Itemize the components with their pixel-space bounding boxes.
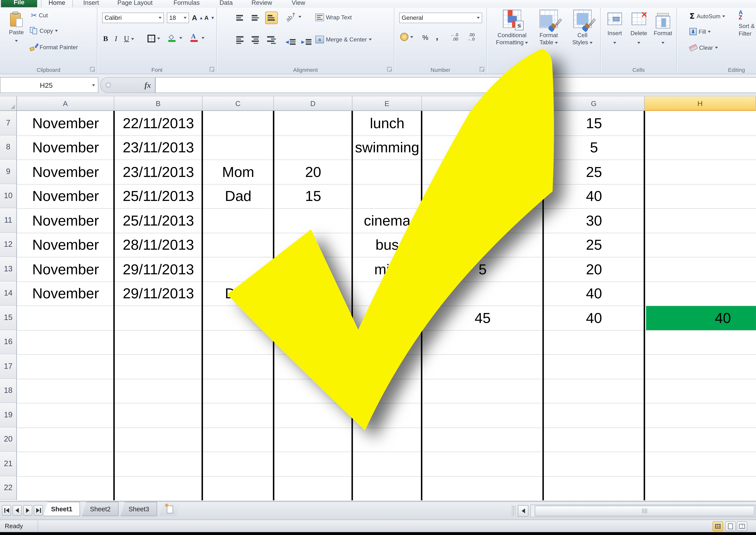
row-header-8[interactable]: 8 bbox=[0, 135, 17, 159]
view-normal-button[interactable] bbox=[712, 521, 723, 531]
merge-center-button[interactable]: a Merge & Center bbox=[315, 36, 372, 43]
cell-D9[interactable]: 20 bbox=[274, 160, 352, 184]
sheet-tab-Sheet3[interactable]: Sheet3 bbox=[121, 502, 157, 516]
number-format-combo[interactable]: General bbox=[399, 13, 482, 23]
top-align-button[interactable] bbox=[234, 12, 247, 24]
bottom-align-button[interactable] bbox=[265, 12, 278, 24]
wrap-text-button[interactable]: Wrap Text bbox=[315, 14, 352, 21]
tab-review[interactable]: Review bbox=[244, 0, 280, 7]
cell-A11[interactable]: November bbox=[17, 209, 114, 233]
column-header-H[interactable]: H bbox=[645, 97, 756, 111]
row-header-20[interactable]: 20 bbox=[0, 427, 17, 452]
delete-cells-button[interactable]: ✕ Delete bbox=[628, 13, 650, 45]
tab-home[interactable]: Home bbox=[41, 0, 73, 7]
column-header-G[interactable]: G bbox=[543, 97, 645, 111]
font-color-button[interactable]: A bbox=[190, 34, 204, 42]
view-page-layout-button[interactable] bbox=[725, 521, 736, 531]
font-dialog-launcher-icon[interactable] bbox=[210, 67, 215, 72]
last-sheet-button[interactable] bbox=[34, 505, 43, 516]
cell-E13[interactable]: milk bbox=[352, 257, 422, 281]
row-header-18[interactable]: 18 bbox=[0, 379, 17, 403]
insert-function-button[interactable]: fx bbox=[144, 81, 151, 90]
clipboard-dialog-launcher-icon[interactable] bbox=[90, 67, 95, 72]
cell-G7[interactable]: 15 bbox=[543, 111, 645, 135]
comma-style-button[interactable]: , bbox=[436, 32, 438, 42]
cell-G13[interactable]: 20 bbox=[543, 257, 645, 281]
prev-sheet-button[interactable] bbox=[13, 505, 22, 516]
tab-scrollbar-splitter[interactable] bbox=[512, 506, 516, 516]
copy-button[interactable]: Copy bbox=[30, 27, 58, 34]
cell-A8[interactable]: November bbox=[17, 136, 114, 159]
underline-button[interactable]: U bbox=[124, 35, 129, 43]
next-sheet-button[interactable] bbox=[23, 505, 32, 516]
borders-button[interactable] bbox=[147, 35, 160, 42]
cell-G12[interactable]: 25 bbox=[543, 233, 645, 257]
cell-A12[interactable]: November bbox=[17, 233, 114, 257]
align-right-button[interactable] bbox=[265, 34, 278, 46]
row-header-10[interactable]: 10 bbox=[0, 184, 17, 208]
number-dialog-launcher-icon[interactable] bbox=[480, 67, 485, 72]
increase-decimal-button[interactable]: ←.0.00 bbox=[450, 33, 458, 42]
cell-D10[interactable]: 15 bbox=[274, 184, 352, 208]
fill-color-button[interactable]: ◇ bbox=[168, 34, 182, 42]
cell-G10[interactable]: 40 bbox=[543, 184, 645, 208]
conditional-formatting-button[interactable]: ≶ Conditional Formatting bbox=[494, 10, 530, 46]
formula-input[interactable] bbox=[155, 77, 756, 93]
cell-F15[interactable]: 45 bbox=[422, 306, 543, 330]
cell-G15[interactable]: 40 bbox=[543, 306, 645, 330]
cell-E11[interactable]: cinema bbox=[352, 209, 422, 233]
cell-C10[interactable]: Dad bbox=[202, 184, 274, 208]
fill-button[interactable]: ⬇ Fill bbox=[689, 28, 711, 35]
cell-A10[interactable]: November bbox=[17, 184, 114, 208]
row-header-12[interactable]: 12 bbox=[0, 233, 17, 257]
scroll-left-button[interactable] bbox=[518, 505, 529, 517]
grow-font-button[interactable]: A▲ bbox=[192, 14, 203, 22]
row-header-19[interactable]: 19 bbox=[0, 403, 17, 427]
row-header-7[interactable]: 7 bbox=[0, 111, 17, 135]
cell-A14[interactable]: November bbox=[17, 282, 114, 306]
cell-B7[interactable]: 22/11/2013 bbox=[114, 111, 203, 135]
format-as-table-button[interactable]: Format Table bbox=[533, 10, 564, 46]
view-page-break-button[interactable] bbox=[737, 521, 747, 531]
format-cells-button[interactable]: Format bbox=[652, 13, 674, 45]
column-header-C[interactable]: C bbox=[202, 97, 274, 111]
column-header-A[interactable]: A bbox=[17, 97, 114, 111]
decrease-indent-button[interactable]: ◀ bbox=[286, 36, 297, 48]
tab-view[interactable]: View bbox=[285, 0, 313, 7]
align-center-button[interactable] bbox=[250, 34, 262, 46]
align-left-button[interactable] bbox=[234, 34, 247, 46]
middle-align-button[interactable] bbox=[250, 12, 262, 24]
orientation-button[interactable]: ab↗ bbox=[286, 14, 301, 20]
italic-button[interactable]: I bbox=[115, 35, 117, 43]
column-header-F[interactable]: F bbox=[422, 97, 543, 111]
column-header-D[interactable]: D bbox=[274, 97, 352, 111]
shrink-font-button[interactable]: A▼ bbox=[204, 14, 215, 21]
cell-A9[interactable]: November bbox=[17, 160, 114, 184]
horizontal-scrollbar-thumb[interactable] bbox=[535, 506, 754, 516]
horizontal-scrollbar[interactable] bbox=[530, 505, 756, 517]
cell-E7[interactable]: lunch bbox=[352, 111, 422, 135]
sort-filter-button[interactable]: AZ Sort & Filter bbox=[739, 11, 756, 38]
cell-G11[interactable]: 30 bbox=[543, 209, 645, 233]
row-header-17[interactable]: 17 bbox=[0, 354, 17, 379]
cell-B8[interactable]: 23/11/2013 bbox=[114, 136, 203, 159]
first-sheet-button[interactable] bbox=[2, 505, 11, 516]
cell-C9[interactable]: Mom bbox=[202, 160, 274, 184]
alignment-dialog-launcher-icon[interactable] bbox=[387, 67, 392, 72]
name-box[interactable]: H25 bbox=[0, 77, 98, 93]
cell-G8[interactable]: 5 bbox=[543, 136, 645, 159]
tab-file[interactable]: File bbox=[1, 0, 37, 7]
cell-A13[interactable]: November bbox=[17, 257, 114, 281]
row-header-9[interactable]: 9 bbox=[0, 159, 17, 184]
cell-B14[interactable]: 29/11/2013 bbox=[114, 282, 203, 306]
autosum-button[interactable]: Σ AutoSum bbox=[689, 12, 725, 21]
cell-C14[interactable]: Dad bbox=[202, 282, 274, 306]
cell-B12[interactable]: 28/11/2013 bbox=[114, 233, 203, 257]
row-header-14[interactable]: 14 bbox=[0, 281, 17, 306]
paste-button[interactable]: Paste bbox=[4, 12, 29, 64]
accounting-format-button[interactable] bbox=[400, 33, 413, 41]
format-painter-button[interactable]: Format Painter bbox=[30, 43, 78, 51]
increase-indent-button[interactable]: ▶ bbox=[301, 36, 314, 48]
sheet-tab-Sheet1[interactable]: Sheet1 bbox=[44, 502, 80, 516]
column-header-E[interactable]: E bbox=[352, 97, 422, 111]
